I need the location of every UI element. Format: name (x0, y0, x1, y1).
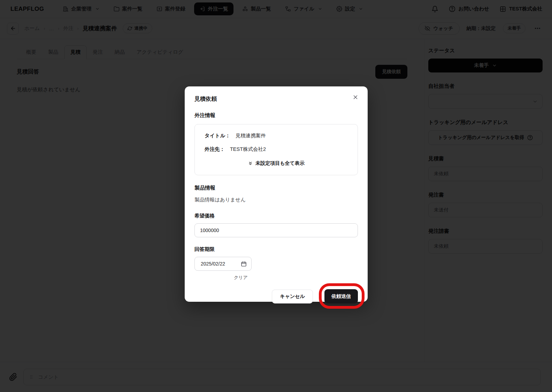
close-icon[interactable] (351, 93, 360, 102)
modal-title: 見積依頼 (194, 95, 358, 103)
app-root: LEAPFLOG 企業管理 案件一覧 案件登録 外注一覧 製品一覧 (0, 0, 552, 392)
show-all-fields-link[interactable]: 未設定項目も全て表示 (205, 160, 348, 169)
product-info-heading: 製品情報 (194, 185, 358, 191)
modal-actions: キャンセル 依頼送信 (194, 289, 358, 303)
vendor-row: 外注先： TEST株式会社2 (205, 146, 348, 153)
chevrons-down-icon (248, 161, 253, 166)
vendor-row-value: TEST株式会社2 (230, 146, 266, 153)
submit-button-wrap: 依頼送信 (324, 289, 358, 303)
show-all-fields-label: 未設定項目も全て表示 (255, 160, 305, 167)
quote-request-modal: 見積依頼 外注情報 タイトル： 見積連携案件 外注先： TEST株式会社2 未設… (185, 86, 368, 302)
calendar-icon[interactable] (241, 261, 247, 267)
vendor-row-label: 外注先： (205, 146, 225, 153)
deadline-label: 回答期限 (194, 246, 358, 253)
outsource-info-card: タイトル： 見積連携案件 外注先： TEST株式会社2 未設定項目も全て表示 (194, 124, 358, 175)
clear-date-link[interactable]: クリア (234, 275, 248, 281)
deadline-date-input[interactable] (200, 261, 233, 267)
title-row: タイトル： 見積連携案件 (205, 132, 348, 139)
title-row-value: 見積連携案件 (236, 132, 266, 139)
submit-request-button[interactable]: 依頼送信 (324, 289, 358, 303)
outsource-info-heading: 外注情報 (194, 112, 358, 119)
deadline-date-field[interactable] (194, 257, 252, 271)
desired-price-input[interactable] (194, 223, 358, 237)
product-empty-message: 製品情報はありません (194, 197, 358, 203)
title-row-label: タイトル： (205, 132, 230, 139)
cancel-button[interactable]: キャンセル (272, 290, 313, 303)
desired-price-label: 希望価格 (194, 213, 358, 219)
